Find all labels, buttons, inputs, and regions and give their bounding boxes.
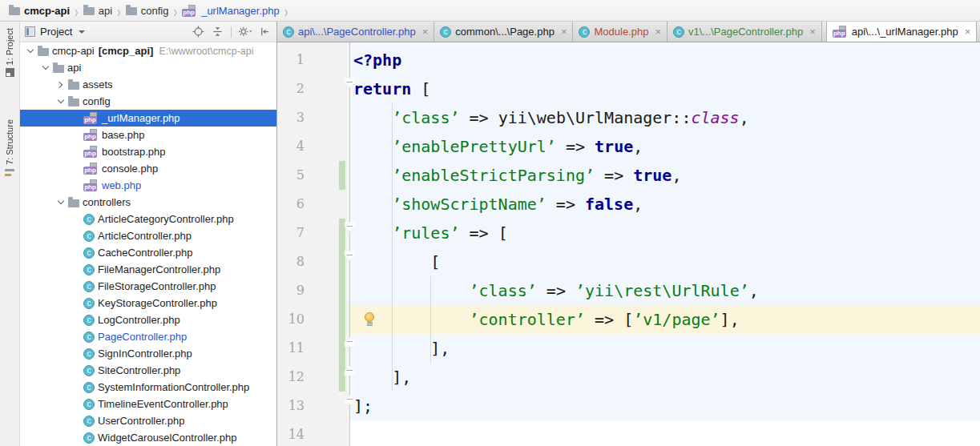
close-icon[interactable]: × <box>809 26 816 37</box>
tree-label: ArticleCategoryController.php <box>98 213 234 225</box>
chevron-spacer <box>71 331 82 343</box>
tree-item-icon-wrap: c <box>83 399 95 410</box>
collapse-all-button[interactable] <box>210 25 224 39</box>
tree-row[interactable]: config <box>20 93 276 110</box>
code-line[interactable]: [ <box>353 247 980 276</box>
code-line[interactable] <box>353 420 980 446</box>
chevron-down-icon[interactable] <box>40 62 51 74</box>
code-line[interactable]: return [ <box>353 74 980 103</box>
code-line[interactable]: <?php <box>353 46 980 74</box>
tree-row[interactable]: cLogController.php <box>20 311 276 328</box>
code-line[interactable]: ], <box>353 363 980 392</box>
class-file-icon: c <box>83 432 95 444</box>
chevron-spacer <box>71 432 82 444</box>
hide-panel-button[interactable] <box>257 25 272 39</box>
tree-row[interactable]: cUserController.php <box>20 412 276 429</box>
chevron-down-icon[interactable] <box>55 96 67 107</box>
tree-item-icon-wrap: c <box>83 264 95 275</box>
chevron-down-icon[interactable] <box>55 197 67 208</box>
tree-row[interactable]: cPageController.php <box>20 328 276 345</box>
editor-tab[interactable]: cv1\...\PageController.php× <box>667 22 822 42</box>
editor-tab[interactable]: ccommon\...\Page.php× <box>434 22 573 42</box>
tree-item-icon-wrap: php <box>83 163 99 175</box>
chevron-down-icon[interactable] <box>79 30 85 34</box>
chevron-spacer <box>71 315 82 326</box>
tree-row[interactable]: cmcp-api[cmcp_api]E:\wwwroot\cmcp-api <box>20 42 276 59</box>
tree-row[interactable]: cTimelineEventController.php <box>20 396 276 412</box>
code-area[interactable]: <?phpreturn [ ’class’ => yii\web\UrlMana… <box>350 42 980 446</box>
code-line[interactable]: ’enableStrictParsing’ => true, <box>353 161 980 190</box>
close-icon[interactable]: × <box>422 26 429 37</box>
chevron-spacer <box>71 399 82 410</box>
tree-row[interactable]: cCacheController.php <box>20 244 276 261</box>
code-line[interactable]: ], <box>353 334 980 363</box>
chevron-spacer <box>71 214 82 225</box>
php-badge: php <box>83 150 97 158</box>
tree-row[interactable]: cWidgetCarouselController.php <box>20 429 276 446</box>
code-line[interactable]: ’controller’ => [’v1/page’], <box>353 305 980 334</box>
code-line[interactable]: ’class’ => ’yii\rest\UrlRule’, <box>353 276 980 305</box>
editor-tab[interactable]: phpapi\...\_urlManager.php× <box>826 22 978 42</box>
collapse-all-icon <box>212 26 224 38</box>
class-file-icon: c <box>83 365 95 376</box>
tree-label: api <box>67 62 81 74</box>
tree-row[interactable]: cSystemInformationController.php <box>20 379 276 396</box>
tree-row[interactable]: cKeyStorageController.php <box>20 295 276 311</box>
tree-item-icon-wrap: c <box>83 315 95 326</box>
tree-row[interactable]: cArticleController.php <box>20 227 276 244</box>
tree-row[interactable]: phpbase.php <box>20 127 276 143</box>
editor-tab[interactable]: capi\...\PageController.php× <box>277 22 434 42</box>
close-icon[interactable]: × <box>561 26 567 37</box>
tree-item-icon-wrap: c <box>83 247 95 259</box>
chevron-spacer <box>71 281 82 292</box>
tree-row[interactable]: assets <box>20 76 276 93</box>
code-line[interactable]: ’class’ => yii\web\UrlManager::class, <box>353 103 980 132</box>
php-file-icon: php <box>83 179 99 191</box>
chevron-down-icon[interactable] <box>25 46 36 57</box>
tree-item-icon-wrap: c <box>83 365 95 376</box>
tree-row[interactable]: php_urlManager.php <box>20 110 276 127</box>
code-line[interactable]: ’rules’ => [ <box>353 219 980 247</box>
line-number: 3 <box>277 103 304 132</box>
tree-row[interactable]: cFileManagerController.php <box>20 261 276 278</box>
tree-item-icon-wrap: php <box>83 179 99 191</box>
breadcrumb-item[interactable]: config <box>123 2 172 19</box>
close-icon[interactable]: × <box>965 26 971 37</box>
tree-row[interactable]: phpweb.php <box>20 177 276 194</box>
tree-row[interactable]: phpconsole.php <box>20 160 276 177</box>
tree-row[interactable]: controllers <box>20 194 276 211</box>
line-number: 8 <box>277 247 304 276</box>
tree-row[interactable]: cSignInController.php <box>20 345 276 362</box>
tree-row[interactable]: phpbootstrap.php <box>20 143 276 160</box>
chevron-spacer <box>71 163 82 175</box>
php-file-icon: php <box>83 112 99 124</box>
tool-window-button-project[interactable]: 1: Project <box>0 28 19 77</box>
tree-row[interactable]: cFileStorageController.php <box>20 278 276 295</box>
tab-label: common\...\Page.php <box>455 26 555 38</box>
settings-button[interactable] <box>238 25 252 39</box>
tree-row[interactable]: api <box>20 59 276 76</box>
breadcrumb-item[interactable]: cmcp-api <box>6 2 73 19</box>
tree-label: web.php <box>102 179 141 191</box>
close-icon[interactable]: × <box>655 26 661 37</box>
code-line[interactable]: ’showScriptName’ => false, <box>353 190 980 219</box>
php-badge: php <box>83 133 97 141</box>
tree-item-icon-wrap <box>38 46 49 56</box>
tree-row[interactable]: cArticleCategoryController.php <box>20 211 276 227</box>
tree-item-icon-wrap: c <box>83 382 95 393</box>
breadcrumb-item[interactable]: api <box>80 2 115 19</box>
chevron-right-icon[interactable] <box>55 79 67 90</box>
code-line[interactable]: ]; <box>353 392 980 420</box>
locate-file-button[interactable] <box>191 25 205 39</box>
code-line[interactable]: ’enablePrettyUrl’ => true, <box>353 132 980 161</box>
tool-window-button-structure[interactable]: 7: Structure <box>0 119 19 178</box>
tree-row[interactable]: cSiteController.php <box>20 362 276 379</box>
intention-bulb-icon[interactable] <box>365 312 375 327</box>
breadcrumb-item[interactable]: php_urlManager.php <box>179 2 283 19</box>
tree-label: SignInController.php <box>98 348 192 360</box>
class-file-icon: c <box>83 416 95 427</box>
editor-tab[interactable]: cModule.php× <box>573 22 667 42</box>
line-number: 4 <box>277 132 304 161</box>
php-badge: php <box>182 9 196 17</box>
breadcrumb-separator-icon: › <box>171 1 179 20</box>
